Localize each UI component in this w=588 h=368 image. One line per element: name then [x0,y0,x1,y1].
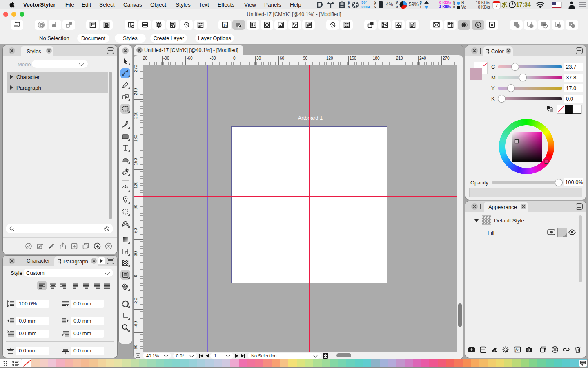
svg-text:fx: fx [515,348,519,352]
svg-text:Ty: Ty [223,23,227,27]
